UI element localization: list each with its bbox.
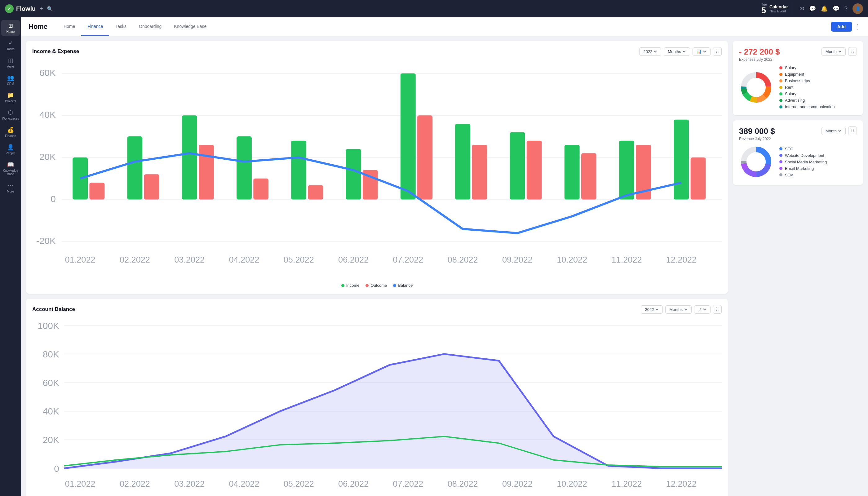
- svg-rect-14: [182, 115, 197, 199]
- grid-view-btn[interactable]: ⠿: [713, 47, 722, 56]
- calendar-widget[interactable]: Tue 5 Calendar New Event: [761, 2, 793, 15]
- expenses-value: - 272 200 $: [739, 47, 780, 57]
- legend-salary-1: Salary: [779, 65, 835, 70]
- bell-icon[interactable]: 🔔: [821, 5, 828, 12]
- mail-icon[interactable]: ✉: [800, 5, 804, 12]
- sidebar-item-workspaces[interactable]: ⬡ Workspaces: [1, 107, 20, 123]
- tab-onboarding[interactable]: Onboarding: [133, 17, 168, 36]
- account-balance-svg: 100K 80K 60K 40K 20K 0: [32, 319, 722, 496]
- revenue-period-btn[interactable]: Month: [822, 127, 846, 135]
- svg-text:60K: 60K: [40, 67, 56, 78]
- expenses-value-section: - 272 200 $ Expenses July 2022: [739, 47, 780, 62]
- avatar[interactable]: 👤: [852, 3, 863, 14]
- account-balance-title: Account Balance: [32, 306, 75, 312]
- chart-type-btn[interactable]: 📊: [693, 47, 711, 56]
- svg-rect-20: [346, 149, 361, 200]
- ab-chart-btn[interactable]: ↗: [694, 305, 711, 314]
- revenue-grid-btn[interactable]: ⠿: [848, 126, 857, 135]
- calendar-title: Calendar: [770, 4, 788, 9]
- income-expense-card: Income & Expense 2022 Months �: [26, 41, 728, 294]
- svg-point-79: [747, 79, 765, 96]
- knowledge-icon: 📖: [7, 161, 14, 168]
- sidebar-item-crm[interactable]: 👥 CRM: [1, 72, 20, 88]
- message-icon[interactable]: 💬: [809, 5, 816, 12]
- legend-business-trips: Business trips: [779, 78, 835, 83]
- svg-text:03.2022: 03.2022: [174, 255, 205, 264]
- svg-rect-28: [564, 145, 580, 199]
- content: Home Home Finance Tasks Onboarding Knowl…: [21, 17, 868, 496]
- svg-point-86: [747, 153, 765, 170]
- legend-seo: SEO: [779, 146, 827, 151]
- legend-equipment: Equipment: [779, 72, 835, 77]
- svg-text:06.2022: 06.2022: [338, 255, 369, 264]
- sidebar-label-crm: CRM: [7, 82, 14, 86]
- ab-period-filter-btn[interactable]: Months: [665, 305, 692, 314]
- income-dot: [341, 284, 344, 287]
- sidebar-item-agile[interactable]: ◫ Agile: [1, 55, 20, 71]
- tab-knowledge-base[interactable]: Knowledge Base: [168, 17, 213, 36]
- search-icon[interactable]: 🔍: [47, 6, 53, 12]
- ab-grid-btn[interactable]: ⠿: [713, 305, 722, 314]
- account-balance-filters: 2022 Months ↗ ⠿: [641, 305, 722, 314]
- svg-rect-30: [619, 141, 634, 200]
- svg-rect-11: [89, 183, 105, 199]
- more-icon: ⋯: [8, 182, 13, 189]
- ab-year-filter-btn[interactable]: 2022: [641, 305, 663, 314]
- legend-balance: Balance: [393, 283, 413, 288]
- sidebar-item-home[interactable]: ⊞ Home: [1, 20, 20, 36]
- sidebar-label-tasks: Tasks: [6, 47, 15, 51]
- sidebar-item-projects[interactable]: 📁 Projects: [1, 89, 20, 105]
- tab-finance[interactable]: Finance: [81, 17, 109, 36]
- topbar-right: Tue 5 Calendar New Event ✉ 💬 🔔 💬 ? 👤: [761, 2, 863, 15]
- svg-text:-20K: -20K: [36, 236, 56, 246]
- svg-text:04.2022: 04.2022: [229, 479, 259, 489]
- scroll-area: Income & Expense 2022 Months �: [21, 36, 868, 496]
- svg-rect-24: [455, 124, 470, 199]
- svg-rect-26: [510, 133, 525, 200]
- revenue-donut-chart: [739, 145, 773, 179]
- content-header: Home Home Finance Tasks Onboarding Knowl…: [21, 17, 868, 36]
- svg-text:20K: 20K: [43, 435, 59, 445]
- svg-text:20K: 20K: [40, 152, 56, 162]
- ab-period-label: Months: [669, 307, 683, 312]
- sidebar-item-finance[interactable]: 💰 Finance: [1, 124, 20, 140]
- tab-tasks[interactable]: Tasks: [109, 17, 133, 36]
- revenue-legend: SEO Website Development Social Media Mar…: [779, 146, 827, 177]
- sidebar-item-knowledge[interactable]: 📖 Knowledge Base: [1, 159, 20, 178]
- sidebar-item-people[interactable]: 👤 People: [1, 141, 20, 157]
- revenue-period-label: Month: [825, 129, 837, 133]
- expenses-filters: Month ⠿: [822, 47, 857, 56]
- header-more-icon[interactable]: ⋮: [854, 23, 861, 30]
- add-icon[interactable]: +: [40, 5, 43, 12]
- svg-rect-12: [127, 136, 142, 199]
- tasks-icon: ✓: [9, 40, 13, 46]
- sidebar-item-more[interactable]: ⋯ More: [1, 180, 20, 196]
- expenses-period-btn[interactable]: Month: [822, 47, 846, 56]
- income-label: Income: [346, 283, 360, 288]
- svg-rect-17: [253, 179, 268, 200]
- calendar-subtitle: New Event: [770, 9, 788, 13]
- expenses-header: - 272 200 $ Expenses July 2022 Month ⠿: [739, 47, 857, 62]
- add-button[interactable]: Add: [831, 22, 852, 32]
- svg-rect-25: [472, 145, 487, 199]
- income-expense-filters: 2022 Months 📊 ⠿: [639, 47, 722, 56]
- balance-dot: [393, 284, 396, 287]
- tab-home[interactable]: Home: [57, 17, 81, 36]
- nav-tabs: Home Finance Tasks Onboarding Knowledge …: [57, 17, 831, 36]
- period-filter-btn[interactable]: Months: [664, 47, 690, 56]
- logo[interactable]: ✓ Flowlu: [5, 4, 36, 13]
- sidebar-item-tasks[interactable]: ✓ Tasks: [1, 37, 20, 53]
- svg-rect-13: [144, 174, 159, 199]
- balance-label: Balance: [398, 283, 413, 288]
- legend-internet: Internet and communication: [779, 105, 835, 109]
- home-icon: ⊞: [9, 22, 13, 29]
- chevron-down-icon: [838, 50, 842, 53]
- revenue-widget: 389 000 $ Revenue July 2022 Month ⠿: [733, 120, 863, 185]
- svg-text:05.2022: 05.2022: [284, 479, 314, 489]
- year-filter-btn[interactable]: 2022: [639, 47, 661, 56]
- expenses-grid-btn[interactable]: ⠿: [848, 47, 857, 56]
- logo-icon: ✓: [5, 4, 14, 13]
- sidebar-label-finance: Finance: [5, 134, 16, 138]
- chat-icon[interactable]: 💬: [833, 5, 839, 12]
- help-icon[interactable]: ?: [844, 5, 848, 12]
